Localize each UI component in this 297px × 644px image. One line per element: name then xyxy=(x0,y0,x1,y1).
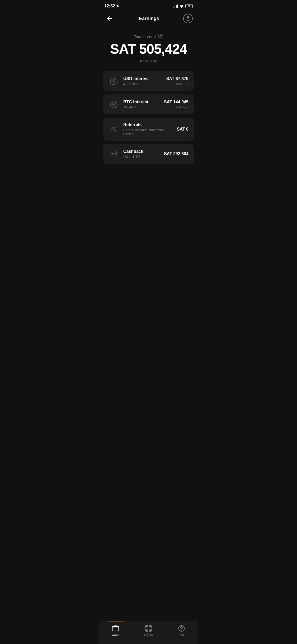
wifi-icon xyxy=(180,4,184,8)
back-button[interactable] xyxy=(104,13,115,24)
referrals-title: Referrals xyxy=(123,122,173,127)
referrals-content: Referrals Earned on each successful refe… xyxy=(123,122,173,136)
signal-icon xyxy=(173,4,178,8)
usd-interest-apy: 4.1% APY xyxy=(123,82,162,86)
svg-rect-8 xyxy=(111,152,117,156)
status-icons: 28 xyxy=(173,4,193,8)
usd-interest-content: USD Interest 4.1% APY xyxy=(123,76,162,86)
svg-point-3 xyxy=(160,36,161,37)
cashback-content: Cashback Up to 1.1% xyxy=(123,149,160,159)
total-amount: SAT 505,424 xyxy=(104,42,193,57)
card-icon xyxy=(109,149,119,159)
battery-icon: 28 xyxy=(185,4,193,8)
status-bar: 12:52 28 xyxy=(99,0,198,11)
status-time: 12:52 xyxy=(104,4,119,8)
cashback-card[interactable]: Cashback Up to 1.1% SAT 292,604 xyxy=(103,144,194,164)
eye-icon[interactable] xyxy=(158,34,163,39)
referrals-card[interactable]: Referrals Earned on each successful refe… xyxy=(103,118,194,141)
usd-interest-title: USD Interest xyxy=(123,76,162,81)
cards-container: USD Interest 4.1% APY SAT 67,875 ≈$21.02… xyxy=(99,71,198,164)
cashback-value: SAT 292,604 xyxy=(164,151,188,156)
people-icon xyxy=(109,124,119,135)
total-section: Total earned SAT 505,424 ≈ $156.56 xyxy=(99,29,198,71)
btc-interest-apy: 1% APY xyxy=(123,105,160,109)
svg-point-1 xyxy=(188,19,188,20)
btc-interest-sat: SAT 144,945 xyxy=(164,100,188,104)
usd-interest-value: SAT 67,875 ≈$21.02 xyxy=(166,76,188,86)
cashback-subtitle: Up to 1.1% xyxy=(123,155,160,159)
cashback-title: Cashback xyxy=(123,149,160,154)
usd-interest-card[interactable]: USD Interest 4.1% APY SAT 67,875 ≈$21.02 xyxy=(103,71,194,91)
btc-interest-title: BTC Interest xyxy=(123,100,160,104)
svg-point-7 xyxy=(115,127,116,129)
help-button[interactable] xyxy=(183,14,193,23)
referrals-sat: SAT 0 xyxy=(177,127,188,132)
total-usd: ≈ $156.56 xyxy=(104,59,193,63)
btc-interest-usd: ≈$44.90 xyxy=(164,105,188,109)
usd-interest-sat: SAT 67,875 xyxy=(166,76,188,81)
usd-interest-usd: ≈$21.02 xyxy=(166,82,188,86)
btc-interest-value: SAT 144,945 ≈$44.90 xyxy=(164,100,188,109)
referrals-subtitle: Earned on each successful referral xyxy=(123,128,173,136)
btc-interest-card[interactable]: BTC Interest 1% APY SAT 144,945 ≈$44.90 xyxy=(103,94,194,114)
referrals-value: SAT 0 xyxy=(177,127,188,132)
btc-interest-content: BTC Interest 1% APY xyxy=(123,100,160,109)
location-icon xyxy=(116,4,119,8)
svg-point-6 xyxy=(112,127,114,129)
cashback-sat: SAT 292,604 xyxy=(164,151,188,156)
total-label: Total earned xyxy=(104,34,193,39)
dollar-icon xyxy=(109,76,119,86)
page-title: Earnings xyxy=(139,16,159,21)
bitcoin-icon xyxy=(109,99,119,110)
svg-point-2 xyxy=(158,35,163,38)
header: Earnings xyxy=(99,11,198,29)
